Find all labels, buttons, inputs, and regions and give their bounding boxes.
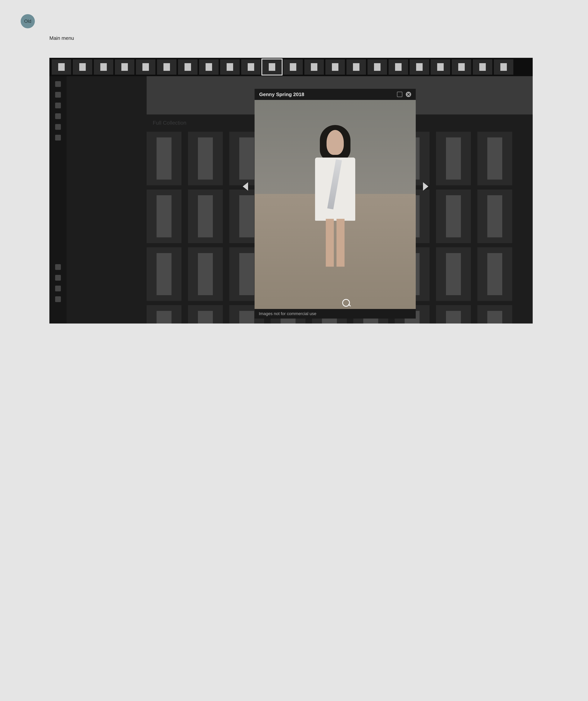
filmstrip-thumb[interactable] bbox=[409, 59, 429, 75]
lightbox-image bbox=[255, 100, 416, 309]
grid-thumb[interactable] bbox=[146, 132, 182, 185]
filmstrip-thumb[interactable] bbox=[473, 59, 492, 75]
sidebar-icon[interactable] bbox=[55, 113, 61, 119]
lightbox-footer: Images not for commercial use bbox=[255, 309, 416, 318]
filmstrip-thumb[interactable] bbox=[367, 59, 387, 75]
grid-thumb[interactable] bbox=[477, 190, 512, 243]
lightbox-title: Genny Spring 2018 bbox=[259, 91, 304, 97]
filmstrip-thumb[interactable] bbox=[241, 59, 261, 75]
sidebar-icon[interactable] bbox=[55, 264, 61, 270]
zoom-in-icon[interactable] bbox=[342, 299, 350, 307]
sidebar-icon[interactable] bbox=[55, 81, 61, 87]
grid-thumb[interactable] bbox=[146, 190, 182, 243]
grid-thumb[interactable] bbox=[146, 305, 182, 323]
grid-thumb[interactable] bbox=[188, 190, 223, 243]
filmstrip-thumb[interactable] bbox=[73, 59, 92, 75]
prev-arrow[interactable] bbox=[243, 182, 248, 191]
close-icon[interactable] bbox=[406, 92, 411, 97]
grid-thumb[interactable] bbox=[188, 305, 223, 323]
filmstrip-thumb[interactable] bbox=[325, 59, 345, 75]
full-collection-heading: Full Collection bbox=[153, 120, 187, 126]
old-section: Old Main menu Full Collection bbox=[0, 0, 588, 352]
filmstrip-thumb[interactable] bbox=[136, 59, 156, 75]
grid-thumb[interactable] bbox=[477, 305, 512, 323]
old-sidebar bbox=[49, 76, 67, 323]
filmstrip-thumb[interactable] bbox=[52, 59, 71, 75]
sidebar-icon[interactable] bbox=[55, 92, 61, 97]
sidebar-icon[interactable] bbox=[55, 296, 61, 302]
filmstrip-thumb[interactable] bbox=[178, 59, 198, 75]
grid-thumb[interactable] bbox=[188, 247, 223, 301]
old-lightbox: Genny Spring 2018 Images not for commerc… bbox=[255, 89, 416, 318]
new-section: New Main menu Close Genny Spring 2018 Pu… bbox=[0, 352, 588, 701]
grid-thumb[interactable] bbox=[436, 190, 471, 243]
grid-thumb[interactable] bbox=[146, 247, 182, 301]
old-mainmenu-label: Main menu bbox=[49, 35, 74, 41]
lightbox-header: Genny Spring 2018 bbox=[255, 89, 416, 100]
filmstrip-thumb[interactable] bbox=[304, 59, 324, 75]
grid-thumb[interactable] bbox=[436, 305, 471, 323]
old-window: Full Collection Genny Spring 2018 Images… bbox=[49, 58, 533, 323]
filmstrip-thumb[interactable] bbox=[494, 59, 513, 75]
grid-thumb[interactable] bbox=[188, 132, 223, 185]
filmstrip-thumb[interactable] bbox=[220, 59, 240, 75]
sidebar-icon[interactable] bbox=[55, 135, 61, 141]
grid-thumb[interactable] bbox=[436, 247, 471, 301]
runway-model bbox=[310, 125, 360, 267]
sidebar-icon[interactable] bbox=[55, 275, 61, 281]
next-arrow[interactable] bbox=[423, 182, 428, 191]
old-badge: Old bbox=[21, 14, 35, 28]
filmstrip-thumb[interactable] bbox=[199, 59, 219, 75]
filmstrip-thumb[interactable] bbox=[388, 59, 408, 75]
filmstrip-thumb[interactable] bbox=[452, 59, 471, 75]
filmstrip-thumb[interactable] bbox=[94, 59, 113, 75]
filmstrip-thumb[interactable] bbox=[283, 59, 303, 75]
filmstrip-thumb[interactable] bbox=[346, 59, 366, 75]
sidebar-icon[interactable] bbox=[55, 124, 61, 130]
print-icon[interactable] bbox=[397, 92, 402, 97]
grid-thumb[interactable] bbox=[436, 132, 471, 185]
grid-thumb[interactable] bbox=[477, 247, 512, 301]
old-filmstrip[interactable] bbox=[49, 58, 533, 76]
filmstrip-thumb[interactable] bbox=[115, 59, 134, 75]
filmstrip-thumb[interactable] bbox=[431, 59, 450, 75]
grid-thumb[interactable] bbox=[477, 132, 512, 185]
sidebar-icon[interactable] bbox=[55, 286, 61, 291]
filmstrip-thumb[interactable] bbox=[157, 59, 177, 75]
sidebar-icon[interactable] bbox=[55, 102, 61, 108]
filmstrip-thumb[interactable] bbox=[262, 59, 282, 75]
